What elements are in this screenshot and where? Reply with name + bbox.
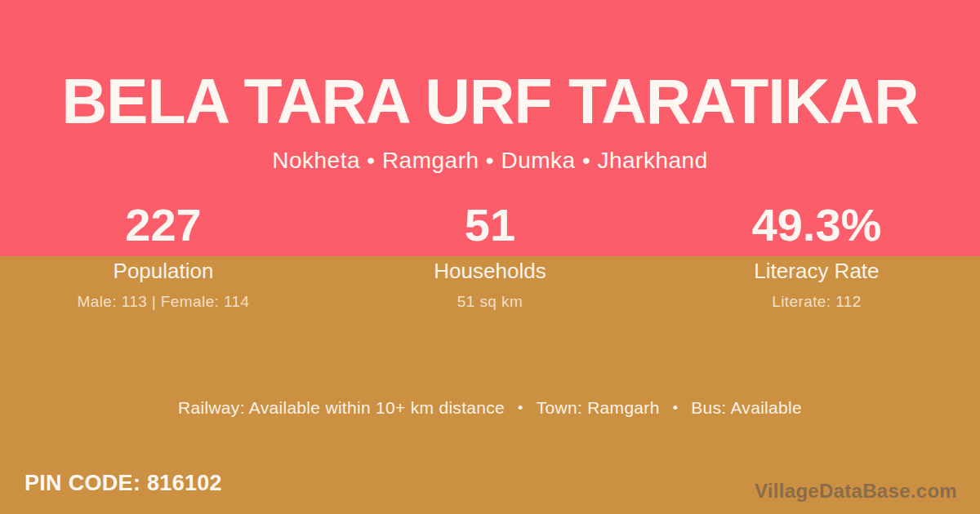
population-label: Population bbox=[0, 258, 327, 284]
bullet-separator: • bbox=[673, 397, 679, 419]
location-breadcrumb: Nokheta • Ramgarh • Dumka • Jharkhand bbox=[0, 148, 980, 174]
watermark-brand: VillageDataBase.com bbox=[755, 479, 957, 503]
literacy-detail: Literate: 112 bbox=[653, 292, 980, 312]
bus-info: Bus: Available bbox=[691, 398, 802, 417]
stat-households: 51 Households 51 sq km bbox=[327, 202, 653, 312]
households-label: Households bbox=[327, 258, 653, 284]
railway-info: Railway: Available within 10+ km distanc… bbox=[178, 398, 505, 417]
population-value: 227 bbox=[0, 202, 327, 248]
town-info: Town: Ramgarh bbox=[537, 398, 660, 417]
pin-code: PIN CODE: 816102 bbox=[24, 470, 222, 496]
transport-info: Railway: Available within 10+ km distanc… bbox=[0, 397, 980, 419]
population-detail: Male: 113 | Female: 114 bbox=[0, 292, 327, 312]
literacy-value: 49.3% bbox=[653, 202, 980, 248]
stats-row: 227 Population Male: 113 | Female: 114 5… bbox=[0, 202, 980, 312]
households-detail: 51 sq km bbox=[327, 292, 653, 312]
households-value: 51 bbox=[327, 202, 653, 248]
literacy-label: Literacy Rate bbox=[653, 258, 980, 284]
village-info-card: BELA TARA URF TARATIKAR Nokheta • Ramgar… bbox=[0, 0, 980, 514]
bullet-separator: • bbox=[518, 397, 523, 419]
stat-population: 227 Population Male: 113 | Female: 114 bbox=[0, 202, 327, 312]
village-title: BELA TARA URF TARATIKAR bbox=[0, 70, 980, 133]
stat-literacy: 49.3% Literacy Rate Literate: 112 bbox=[653, 202, 980, 312]
